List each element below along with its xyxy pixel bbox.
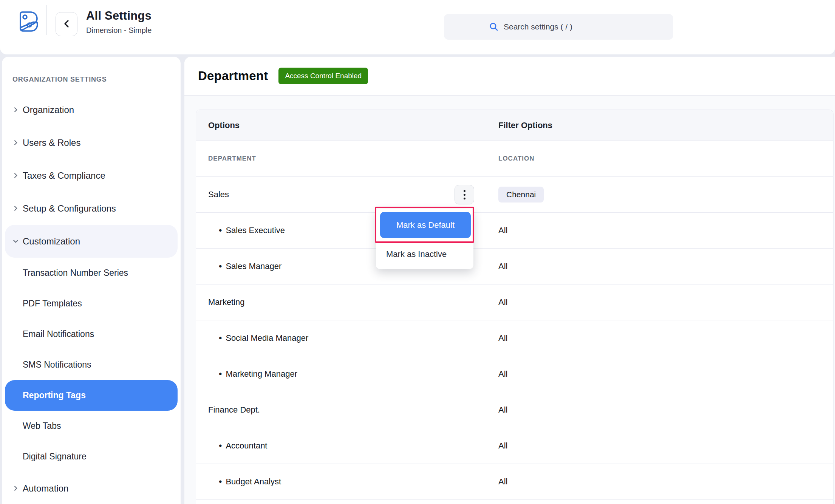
table-row: • Marketing All — [196, 284, 833, 320]
sidebar-item-digital-signature[interactable]: Digital Signature — [5, 441, 178, 472]
row-filter-value: All — [498, 297, 507, 307]
sidebar-item-label: Taxes & Compliance — [5, 170, 105, 181]
sidebar-item-label: Email Notifications — [5, 329, 94, 339]
sidebar-item-label: Transaction Number Series — [5, 268, 128, 278]
sidebar-item-users-roles[interactable]: Users & Roles — [5, 126, 178, 159]
sidebar-item-label: Setup & Configurations — [5, 203, 116, 214]
row-filter-value: All — [498, 226, 507, 235]
row-label: Sales — [208, 190, 229, 199]
bullet-icon: • — [219, 477, 222, 486]
menu-item-mark-default[interactable]: Mark as Default — [380, 212, 471, 238]
row-filter-value: All — [498, 405, 507, 415]
row-label: Social Media Manager — [226, 333, 308, 343]
column-header-filter-options: Filter Options — [489, 110, 833, 141]
table-row: • Finance Dept. All — [196, 392, 833, 428]
content-area: Options Filter Options DEPARTMENT LOCATI… — [184, 96, 835, 504]
content-title: Department — [198, 69, 268, 83]
row-label: Sales Executive — [226, 226, 285, 235]
table-row: • Budget Analyst All — [196, 464, 833, 500]
chevron-right-icon — [12, 172, 19, 179]
bullet-icon: • — [219, 334, 222, 343]
search-input[interactable] — [504, 22, 628, 31]
settings-table: Options Filter Options DEPARTMENT LOCATI… — [196, 110, 833, 504]
row-filter-value: All — [498, 477, 507, 487]
row-filter-value: All — [498, 261, 507, 271]
row-label: Accountant — [226, 441, 267, 451]
subheader-department: DEPARTMENT — [196, 141, 489, 176]
sidebar-item-pdf-templates[interactable]: PDF Templates — [5, 288, 178, 319]
row-label: Marketing Manager — [226, 369, 297, 379]
sidebar-item-taxes-compliance[interactable]: Taxes & Compliance — [5, 159, 178, 192]
sidebar-item-setup-configurations[interactable]: Setup & Configurations — [5, 192, 178, 225]
search-bar[interactable] — [444, 14, 673, 40]
sidebar-item-label: PDF Templates — [5, 298, 82, 309]
sidebar-item-transaction-number-series[interactable]: Transaction Number Series — [5, 258, 178, 288]
sidebar-item-automation[interactable]: Automation — [5, 472, 178, 504]
column-header-options: Options — [196, 110, 489, 141]
bullet-icon: • — [219, 369, 222, 379]
chevron-right-icon — [12, 485, 19, 492]
sidebar-item-label: Digital Signature — [5, 451, 87, 462]
row-actions-button[interactable] — [455, 185, 474, 204]
chevron-right-icon — [12, 106, 19, 114]
sidebar-item-web-tabs[interactable]: Web Tabs — [5, 411, 178, 441]
row-filter-value: All — [498, 441, 507, 451]
row-label: Budget Analyst — [226, 477, 281, 487]
content-header: Department Access Control Enabled — [184, 57, 835, 96]
sidebar-item-organization[interactable]: Organization — [5, 93, 178, 126]
sidebar: ORGANIZATION SETTINGS Organization Users… — [2, 57, 181, 504]
table-row: • Marketing Manager All — [196, 356, 833, 392]
bullet-icon: • — [219, 262, 222, 271]
sidebar-items: Organization Users & Roles Taxes & Compl… — [2, 93, 181, 504]
table-subheader-row: DEPARTMENT LOCATION — [196, 141, 833, 177]
top-header: All Settings Dimension - Simple — [0, 0, 835, 54]
subheader-location: LOCATION — [489, 141, 833, 176]
page-subtitle: Dimension - Simple — [86, 26, 152, 35]
table-row: • Social Media Manager All — [196, 320, 833, 356]
row-label: Marketing — [208, 297, 245, 307]
bullet-icon: • — [219, 441, 222, 450]
header-divider — [46, 5, 47, 35]
sidebar-item-customization[interactable]: Customization — [5, 225, 178, 258]
search-icon — [489, 22, 499, 32]
table-row: • Sales Chennai — [196, 177, 833, 213]
table-row: • Sales Executive All — [196, 213, 833, 249]
chevron-right-icon — [12, 205, 19, 212]
dots-icon — [464, 190, 465, 192]
row-filter-value: All — [498, 333, 507, 343]
sidebar-item-label: Web Tabs — [5, 421, 61, 431]
chevron-left-icon — [63, 19, 70, 29]
table-row: • Sales Manager All — [196, 249, 833, 284]
sidebar-item-reporting-tags[interactable]: Reporting Tags — [5, 380, 178, 411]
app-root: All Settings Dimension - Simple ORGANIZA… — [0, 0, 835, 504]
row-filter-value: All — [498, 369, 507, 379]
row-label: Finance Dept. — [208, 405, 260, 415]
table-row: • Accountant All — [196, 428, 833, 464]
sidebar-item-label: SMS Notifications — [5, 360, 91, 370]
sidebar-item-sms-notifications[interactable]: SMS Notifications — [5, 349, 178, 380]
page-title: All Settings — [86, 9, 152, 23]
location-chip: Chennai — [498, 187, 544, 203]
main-panel: Department Access Control Enabled Option… — [184, 57, 835, 504]
row-label: Sales Manager — [226, 261, 281, 271]
chevron-down-icon — [12, 238, 19, 245]
back-button[interactable] — [56, 12, 77, 36]
table-header-row: Options Filter Options — [196, 110, 833, 141]
sidebar-item-label: Reporting Tags — [5, 390, 86, 400]
access-control-badge: Access Control Enabled — [278, 68, 368, 84]
bullet-icon: • — [219, 226, 222, 235]
menu-item-mark-inactive[interactable]: Mark as Inactive — [386, 249, 447, 259]
sidebar-section-label: ORGANIZATION SETTINGS — [12, 76, 181, 83]
books-logo-icon[interactable] — [17, 9, 41, 34]
chevron-right-icon — [12, 139, 19, 147]
sidebar-item-email-notifications[interactable]: Email Notifications — [5, 319, 178, 349]
table-body: • Sales Chennai • Sales Executive All — [196, 177, 833, 500]
table-row — [196, 500, 833, 504]
